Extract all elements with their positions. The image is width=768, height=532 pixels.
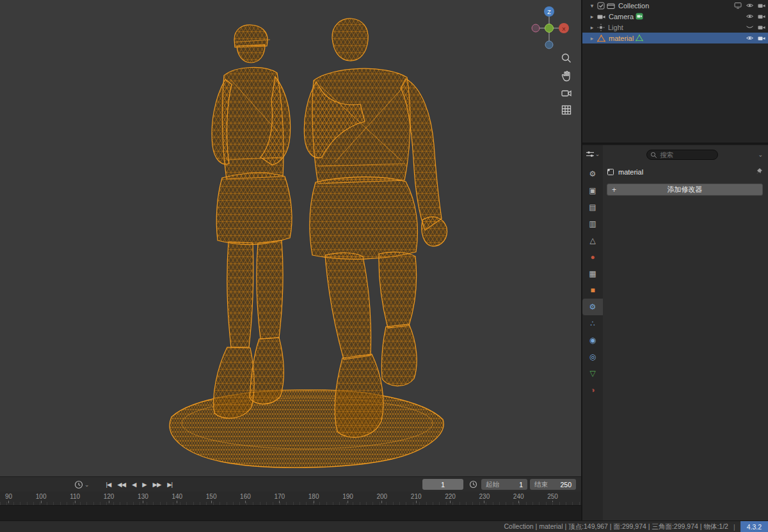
checkbox-icon[interactable]	[597, 2, 605, 10]
properties-tab-scene[interactable]: △	[583, 232, 602, 249]
search-icon	[650, 152, 657, 159]
properties-tab-world[interactable]: ●	[583, 249, 602, 265]
properties-tab-physics[interactable]: ◉	[583, 332, 602, 348]
camera-data-icon[interactable]	[636, 13, 643, 20]
properties-tab-strip: ⌄ ⚙ ▣ ▤ ▥ △ ● ▦ ■ ⚙ ∴ ◉ ◎ ▽ ◑	[582, 145, 603, 520]
camera-render-icon[interactable]	[758, 3, 765, 9]
navigation-gizmo[interactable]: Z X	[529, 4, 570, 52]
properties-tab-object-data[interactable]: ▽	[583, 365, 602, 382]
timeline-channel-area[interactable]	[0, 505, 581, 520]
screen-toggle-icon[interactable]	[734, 2, 742, 9]
properties-tab-particles[interactable]: ∴	[583, 315, 602, 332]
next-keyframe-button[interactable]: ▶▶	[150, 480, 164, 489]
properties-tab-material[interactable]: ◑	[583, 382, 602, 398]
gizmo-x-label: X	[562, 26, 566, 32]
pan-tool-button[interactable]	[559, 68, 573, 82]
auto-keying-clock-icon[interactable]	[469, 480, 477, 489]
outliner-row-material[interactable]: ▸ material	[582, 33, 768, 43]
ruler-tick: 120	[104, 493, 115, 505]
wireframe-statue[interactable]	[0, 0, 581, 476]
camera-render-icon[interactable]	[758, 35, 765, 42]
eye-closed-icon[interactable]	[746, 24, 754, 30]
ruler-tick: 200	[376, 493, 387, 505]
eye-icon[interactable]	[746, 3, 754, 8]
camera-render-icon[interactable]	[758, 24, 765, 31]
properties-panel: ⌄ ⚙ ▣ ▤ ▥ △ ● ▦ ■ ⚙ ∴ ◉ ◎ ▽ ◑ ⌄	[582, 145, 768, 520]
current-frame-field[interactable]: 1	[422, 479, 463, 490]
3d-viewport[interactable]: Z X	[0, 0, 581, 476]
camera-object-icon	[597, 13, 605, 20]
properties-search[interactable]	[646, 150, 718, 160]
ortho-toggle-button[interactable]	[559, 103, 573, 117]
gizmo-center[interactable]	[545, 24, 554, 33]
status-separator: |	[733, 523, 735, 531]
disclosure-icon[interactable]: ▾	[589, 3, 595, 9]
mesh-data-icon[interactable]	[636, 35, 643, 42]
plus-icon: +	[612, 185, 616, 194]
camera-icon	[560, 86, 573, 99]
timeline-editor-type-button[interactable]: ⌄	[74, 480, 90, 489]
options-chevron-icon[interactable]: ⌄	[758, 152, 763, 158]
ruler-tick: 220	[445, 493, 456, 505]
disclosure-icon[interactable]: ▸	[589, 24, 595, 31]
frame-end-field[interactable]: 结束250	[530, 479, 576, 490]
eye-icon[interactable]	[746, 35, 754, 41]
disclosure-icon[interactable]: ▸	[589, 13, 595, 20]
outliner-item-label[interactable]: Camera	[609, 13, 634, 20]
outliner-row-collection[interactable]: ▾ Collection	[582, 0, 768, 11]
frame-start-field[interactable]: 起始1	[481, 479, 527, 490]
camera-render-icon[interactable]	[758, 13, 765, 20]
ruler-tick: 190	[342, 493, 353, 505]
camera-view-button[interactable]	[559, 86, 573, 100]
status-bar: Collection | material | 顶点:149,967 | 面:2…	[0, 520, 768, 532]
jump-end-button[interactable]: ▶|	[164, 480, 175, 489]
properties-tab-view-layer[interactable]: ▥	[583, 215, 602, 232]
ruler-tick: 180	[308, 493, 319, 505]
ruler-tick: 230	[479, 493, 490, 505]
gizmo-z-label: Z	[547, 9, 551, 15]
grid-icon	[560, 104, 573, 116]
light-object-icon	[597, 24, 605, 31]
mesh-object-icon	[597, 35, 605, 42]
pin-icon[interactable]	[755, 168, 763, 176]
outliner-item-label[interactable]: Light	[608, 24, 623, 31]
timeline-header: ⌄ |◀ ◀◀ ◀ ▶ ▶▶ ▶| 1 起始1 结束250	[0, 476, 581, 492]
properties-tab-output[interactable]: ▤	[583, 199, 602, 215]
zoom-tool-button[interactable]	[559, 51, 573, 65]
outliner-item-label[interactable]: material	[609, 35, 634, 42]
active-object-name: material	[618, 168, 643, 176]
chevron-down-icon: ⌄	[595, 151, 600, 157]
properties-tab-constraints[interactable]: ◎	[583, 348, 602, 365]
properties-tab-object[interactable]: ■	[583, 282, 602, 299]
playback-controls: |◀ ◀◀ ◀ ▶ ▶▶ ▶|	[104, 480, 175, 489]
outliner-item-label[interactable]: Collection	[618, 2, 649, 10]
outliner-row-camera[interactable]: ▸ Camera	[582, 11, 768, 22]
properties-tab-tool[interactable]: ⚙	[583, 166, 602, 182]
properties-tab-collection[interactable]: ▦	[583, 265, 602, 282]
blender-window: Z X ▾	[0, 0, 768, 532]
viewport-nav-tools	[559, 51, 573, 117]
jump-start-button[interactable]: |◀	[104, 480, 114, 489]
outliner-row-light[interactable]: ▸ Light	[582, 22, 768, 33]
timeline-ruler[interactable]: 90 100 110 120 130 140 150 160 170 180 1…	[0, 492, 581, 505]
ruler-tick: 90	[5, 493, 12, 505]
ruler-tick: 170	[274, 493, 285, 505]
collection-icon	[607, 2, 615, 10]
properties-tab-render[interactable]: ▣	[583, 182, 602, 199]
ruler-tick: 150	[206, 493, 217, 505]
ruler-tick: 130	[138, 493, 148, 505]
add-modifier-button[interactable]: + 添加修改器	[607, 184, 763, 196]
disclosure-icon[interactable]: ▸	[589, 35, 595, 42]
gizmo-z-neg-axis[interactable]	[545, 41, 553, 49]
play-button[interactable]: ▶	[140, 480, 148, 489]
prev-keyframe-button[interactable]: ◀◀	[115, 480, 128, 489]
eye-icon[interactable]	[746, 13, 754, 19]
object-icon	[607, 168, 614, 176]
properties-editor-type-button[interactable]: ⌄	[586, 148, 600, 160]
play-reverse-button[interactable]: ◀	[129, 480, 138, 489]
gizmo-y-axis[interactable]	[532, 24, 540, 32]
properties-editor-icon	[586, 150, 595, 158]
ruler-tick: 210	[411, 493, 422, 505]
clock-editor-icon	[74, 480, 83, 489]
properties-tab-modifiers[interactable]: ⚙	[582, 299, 603, 315]
